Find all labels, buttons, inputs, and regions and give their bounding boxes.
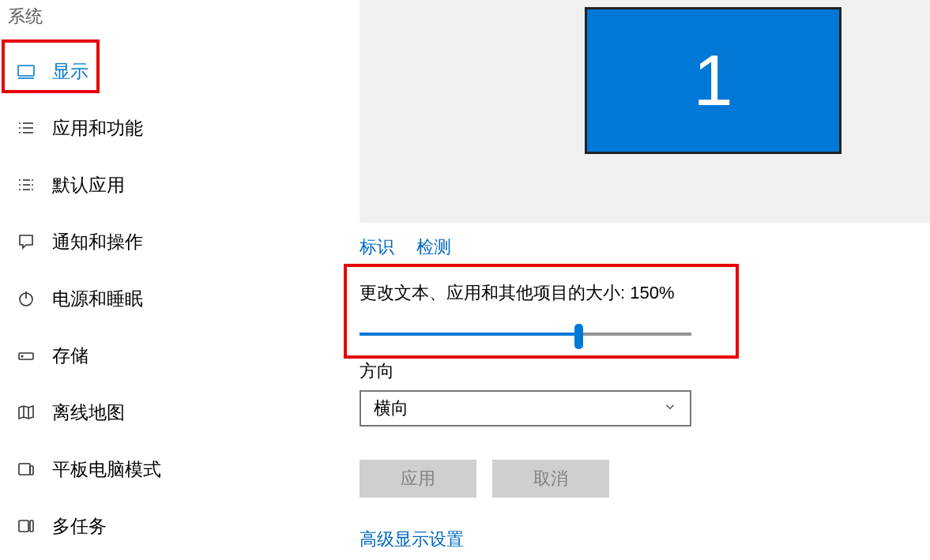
scaling-label: 更改文本、应用和其他项目的大小: 150% xyxy=(360,281,675,305)
monitor-1[interactable]: 1 xyxy=(585,7,842,154)
settings-category-title: 系统 xyxy=(0,0,360,22)
slider-thumb[interactable] xyxy=(574,324,583,349)
monitor-number: 1 xyxy=(693,40,732,122)
storage-icon xyxy=(14,346,38,365)
notification-icon xyxy=(14,232,38,251)
slider-track-empty xyxy=(579,333,691,336)
map-icon xyxy=(14,403,38,422)
sidebar: 系统 显示 应用和功能 默认应用 xyxy=(0,0,360,560)
power-icon xyxy=(14,289,38,308)
sidebar-item-label: 存储 xyxy=(52,344,88,368)
svg-rect-26 xyxy=(30,521,33,532)
button-label: 应用 xyxy=(401,467,435,490)
default-apps-icon xyxy=(14,175,38,194)
scaling-slider[interactable] xyxy=(360,324,691,346)
sidebar-item-multitasking[interactable]: 多任务 xyxy=(0,498,360,554)
action-buttons: 应用 取消 xyxy=(360,460,609,498)
multitask-icon xyxy=(14,517,38,536)
cancel-button[interactable]: 取消 xyxy=(492,460,609,498)
sidebar-item-label: 电源和睡眠 xyxy=(52,287,143,311)
button-label: 取消 xyxy=(533,467,568,490)
apps-list-icon xyxy=(14,118,38,137)
identify-link[interactable]: 标识 xyxy=(360,235,394,259)
svg-rect-23 xyxy=(19,464,30,475)
sidebar-item-label: 多任务 xyxy=(52,514,107,539)
slider-track-filled xyxy=(360,333,579,336)
sidebar-item-storage[interactable]: 存储 xyxy=(0,327,360,384)
sidebar-item-label: 平板电脑模式 xyxy=(52,457,161,482)
main-pane: 1 标识 检测 更改文本、应用和其他项目的大小: 150% 方向 横向 应用 xyxy=(360,0,930,560)
highlight-display-annotation xyxy=(2,39,100,93)
orientation-dropdown[interactable]: 横向 xyxy=(360,390,691,427)
chevron-down-icon xyxy=(663,398,677,419)
sidebar-item-label: 离线地图 xyxy=(52,400,125,425)
svg-rect-25 xyxy=(19,521,28,532)
monitor-preview-area: 1 xyxy=(360,0,930,223)
sidebar-item-apps-features[interactable]: 应用和功能 xyxy=(0,100,360,156)
svg-rect-24 xyxy=(30,466,33,475)
sidebar-item-notifications[interactable]: 通知和操作 xyxy=(0,213,360,270)
sidebar-item-label: 应用和功能 xyxy=(52,116,143,141)
apply-button[interactable]: 应用 xyxy=(360,460,476,498)
sidebar-nav: 显示 应用和功能 默认应用 通知和操作 xyxy=(0,22,360,554)
sidebar-item-label: 通知和操作 xyxy=(52,230,143,254)
svg-point-20 xyxy=(21,355,23,357)
sidebar-item-default-apps[interactable]: 默认应用 xyxy=(0,156,360,213)
sidebar-item-offline-maps[interactable]: 离线地图 xyxy=(0,384,360,441)
sidebar-item-power-sleep[interactable]: 电源和睡眠 xyxy=(0,270,360,327)
tablet-icon xyxy=(14,460,38,479)
advanced-display-settings-link[interactable]: 高级显示设置 xyxy=(360,528,464,551)
dropdown-value: 横向 xyxy=(374,397,409,420)
orientation-label: 方向 xyxy=(360,359,394,383)
display-action-links: 标识 检测 xyxy=(360,235,451,259)
sidebar-item-label: 默认应用 xyxy=(52,173,125,197)
detect-link[interactable]: 检测 xyxy=(416,235,451,259)
sidebar-item-tablet-mode[interactable]: 平板电脑模式 xyxy=(0,441,360,498)
